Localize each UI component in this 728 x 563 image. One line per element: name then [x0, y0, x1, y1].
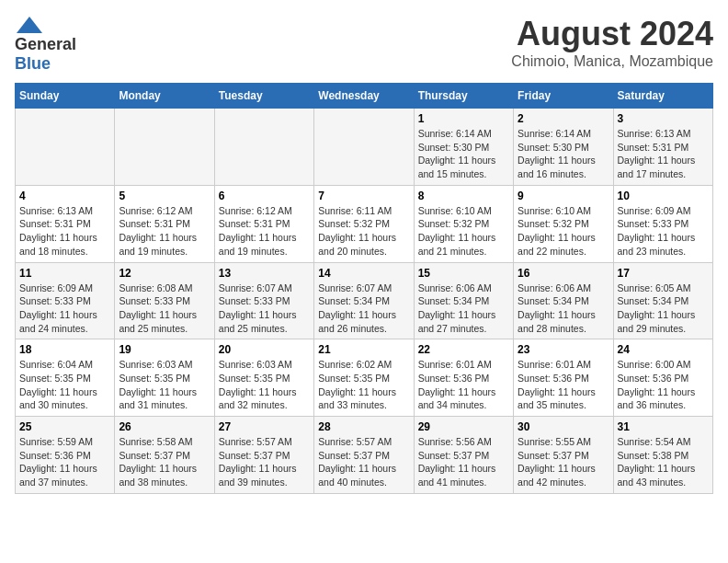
calendar-cell [214, 109, 313, 186]
calendar-cell [314, 109, 414, 186]
day-info: Sunrise: 6:01 AM Sunset: 5:36 PM Dayligh… [418, 358, 509, 412]
day-info: Sunrise: 6:10 AM Sunset: 5:32 PM Dayligh… [418, 204, 509, 259]
day-info: Sunrise: 6:00 AM Sunset: 5:36 PM Dayligh… [618, 358, 709, 412]
day-info: Sunrise: 6:12 AM Sunset: 5:31 PM Dayligh… [119, 204, 210, 259]
calendar-cell: 21Sunrise: 6:02 AM Sunset: 5:35 PM Dayli… [314, 339, 414, 417]
day-info: Sunrise: 6:02 AM Sunset: 5:35 PM Dayligh… [318, 358, 409, 412]
calendar-cell: 5Sunrise: 6:12 AM Sunset: 5:31 PM Daylig… [115, 185, 214, 262]
calendar-cell: 20Sunrise: 6:03 AM Sunset: 5:35 PM Dayli… [214, 339, 313, 417]
day-info: Sunrise: 6:09 AM Sunset: 5:33 PM Dayligh… [19, 282, 110, 336]
calendar-cell: 15Sunrise: 6:06 AM Sunset: 5:34 PM Dayli… [414, 262, 513, 339]
title-section: August 2024 Chimoio, Manica, Mozambique [511, 15, 713, 70]
day-number: 23 [518, 343, 609, 356]
calendar-table: SundayMondayTuesdayWednesdayThursdayFrid… [15, 83, 713, 494]
day-info: Sunrise: 6:03 AM Sunset: 5:35 PM Dayligh… [119, 358, 210, 412]
day-info: Sunrise: 6:13 AM Sunset: 5:31 PM Dayligh… [19, 204, 110, 259]
calendar-cell: 28Sunrise: 5:57 AM Sunset: 5:37 PM Dayli… [314, 417, 414, 494]
calendar-cell: 24Sunrise: 6:00 AM Sunset: 5:36 PM Dayli… [613, 339, 712, 417]
day-number: 17 [618, 267, 709, 280]
day-number: 14 [318, 267, 409, 280]
day-number: 2 [518, 112, 609, 125]
col-header-friday: Friday [514, 84, 613, 109]
day-info: Sunrise: 5:54 AM Sunset: 5:38 PM Dayligh… [618, 435, 709, 489]
day-number: 16 [518, 267, 609, 280]
day-info: Sunrise: 6:11 AM Sunset: 5:32 PM Dayligh… [318, 204, 409, 259]
page-title: August 2024 [511, 15, 713, 53]
logo-general-text: General [15, 35, 76, 54]
day-info: Sunrise: 5:59 AM Sunset: 5:36 PM Dayligh… [19, 435, 110, 489]
calendar-cell: 6Sunrise: 6:12 AM Sunset: 5:31 PM Daylig… [214, 185, 313, 262]
col-header-wednesday: Wednesday [314, 84, 414, 109]
calendar-cell: 8Sunrise: 6:10 AM Sunset: 5:32 PM Daylig… [414, 185, 513, 262]
day-info: Sunrise: 6:05 AM Sunset: 5:34 PM Dayligh… [618, 282, 709, 336]
day-number: 27 [219, 420, 310, 433]
day-info: Sunrise: 6:01 AM Sunset: 5:36 PM Dayligh… [518, 358, 609, 412]
day-number: 7 [318, 190, 409, 202]
calendar-cell: 23Sunrise: 6:01 AM Sunset: 5:36 PM Dayli… [514, 339, 613, 417]
day-number: 1 [418, 112, 509, 125]
day-number: 10 [618, 190, 709, 202]
day-info: Sunrise: 6:04 AM Sunset: 5:35 PM Dayligh… [19, 358, 110, 412]
day-info: Sunrise: 5:57 AM Sunset: 5:37 PM Dayligh… [219, 435, 310, 489]
calendar-cell: 29Sunrise: 5:56 AM Sunset: 5:37 PM Dayli… [414, 417, 513, 494]
calendar-week-row: 25Sunrise: 5:59 AM Sunset: 5:36 PM Dayli… [16, 417, 713, 494]
col-header-sunday: Sunday [16, 84, 115, 109]
day-info: Sunrise: 6:07 AM Sunset: 5:33 PM Dayligh… [219, 282, 310, 336]
calendar-cell: 27Sunrise: 5:57 AM Sunset: 5:37 PM Dayli… [214, 417, 313, 494]
day-number: 20 [219, 343, 310, 356]
day-info: Sunrise: 6:06 AM Sunset: 5:34 PM Dayligh… [518, 282, 609, 336]
day-info: Sunrise: 6:07 AM Sunset: 5:34 PM Dayligh… [318, 282, 409, 336]
day-info: Sunrise: 6:14 AM Sunset: 5:30 PM Dayligh… [418, 127, 509, 181]
col-header-monday: Monday [115, 84, 214, 109]
day-info: Sunrise: 6:08 AM Sunset: 5:33 PM Dayligh… [119, 282, 210, 336]
day-info: Sunrise: 6:03 AM Sunset: 5:35 PM Dayligh… [219, 358, 310, 412]
day-number: 9 [518, 190, 609, 202]
day-info: Sunrise: 6:10 AM Sunset: 5:32 PM Dayligh… [518, 204, 609, 259]
calendar-cell: 10Sunrise: 6:09 AM Sunset: 5:33 PM Dayli… [613, 185, 712, 262]
day-number: 19 [119, 343, 210, 356]
calendar-cell: 2Sunrise: 6:14 AM Sunset: 5:30 PM Daylig… [514, 109, 613, 186]
day-number: 18 [19, 343, 110, 356]
day-number: 21 [318, 343, 409, 356]
logo: General Blue [15, 15, 76, 74]
day-number: 28 [318, 420, 409, 433]
day-info: Sunrise: 5:57 AM Sunset: 5:37 PM Dayligh… [318, 435, 409, 489]
calendar-cell: 26Sunrise: 5:58 AM Sunset: 5:37 PM Dayli… [115, 417, 214, 494]
col-header-saturday: Saturday [613, 84, 712, 109]
col-header-tuesday: Tuesday [214, 84, 313, 109]
calendar-cell [16, 109, 115, 186]
page-subtitle: Chimoio, Manica, Mozambique [511, 53, 713, 70]
day-number: 24 [618, 343, 709, 356]
day-number: 26 [119, 420, 210, 433]
day-info: Sunrise: 5:58 AM Sunset: 5:37 PM Dayligh… [119, 435, 210, 489]
day-info: Sunrise: 5:56 AM Sunset: 5:37 PM Dayligh… [418, 435, 509, 489]
page-header: General Blue August 2024 Chimoio, Manica… [15, 15, 713, 74]
calendar-cell: 12Sunrise: 6:08 AM Sunset: 5:33 PM Dayli… [115, 262, 214, 339]
calendar-week-row: 4Sunrise: 6:13 AM Sunset: 5:31 PM Daylig… [16, 185, 713, 262]
calendar-cell: 9Sunrise: 6:10 AM Sunset: 5:32 PM Daylig… [514, 185, 613, 262]
day-info: Sunrise: 6:09 AM Sunset: 5:33 PM Dayligh… [618, 204, 709, 259]
calendar-cell: 16Sunrise: 6:06 AM Sunset: 5:34 PM Dayli… [514, 262, 613, 339]
day-number: 3 [618, 112, 709, 125]
calendar-cell: 30Sunrise: 5:55 AM Sunset: 5:37 PM Dayli… [514, 417, 613, 494]
day-number: 13 [219, 267, 310, 280]
day-number: 12 [119, 267, 210, 280]
calendar-cell: 19Sunrise: 6:03 AM Sunset: 5:35 PM Dayli… [115, 339, 214, 417]
day-info: Sunrise: 6:06 AM Sunset: 5:34 PM Dayligh… [418, 282, 509, 336]
day-number: 25 [19, 420, 110, 433]
calendar-cell: 1Sunrise: 6:14 AM Sunset: 5:30 PM Daylig… [414, 109, 513, 186]
calendar-cell: 31Sunrise: 5:54 AM Sunset: 5:38 PM Dayli… [613, 417, 712, 494]
calendar-cell: 7Sunrise: 6:11 AM Sunset: 5:32 PM Daylig… [314, 185, 414, 262]
calendar-cell: 13Sunrise: 6:07 AM Sunset: 5:33 PM Dayli… [214, 262, 313, 339]
calendar-cell: 11Sunrise: 6:09 AM Sunset: 5:33 PM Dayli… [16, 262, 115, 339]
day-info: Sunrise: 6:12 AM Sunset: 5:31 PM Dayligh… [219, 204, 310, 259]
day-number: 30 [518, 420, 609, 433]
day-number: 11 [19, 267, 110, 280]
day-number: 15 [418, 267, 509, 280]
day-number: 22 [418, 343, 509, 356]
calendar-cell: 3Sunrise: 6:13 AM Sunset: 5:31 PM Daylig… [613, 109, 712, 186]
svg-marker-0 [17, 17, 42, 33]
calendar-week-row: 18Sunrise: 6:04 AM Sunset: 5:35 PM Dayli… [16, 339, 713, 417]
col-header-thursday: Thursday [414, 84, 513, 109]
day-info: Sunrise: 5:55 AM Sunset: 5:37 PM Dayligh… [518, 435, 609, 489]
